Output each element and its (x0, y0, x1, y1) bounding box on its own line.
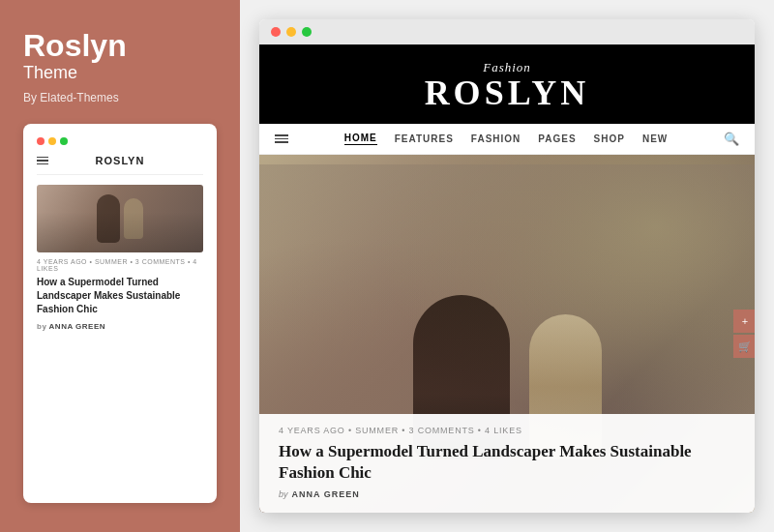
browser-dot-red[interactable] (271, 27, 281, 37)
theme-by: By Elated-Themes (23, 91, 217, 104)
mobile-byline-by: by (37, 322, 46, 331)
browser-dot-yellow[interactable] (286, 27, 296, 37)
site-logo-main: ROSLYN (279, 75, 735, 110)
search-icon[interactable]: 🔍 (724, 132, 739, 146)
browser-dot-green[interactable] (302, 27, 312, 37)
browser-chrome (259, 19, 755, 44)
mobile-byline-name: ANNA GREEN (49, 322, 105, 331)
left-panel: Roslyn Theme By Elated-Themes ROSLYN 4 Y… (0, 0, 240, 532)
nav-item-pages[interactable]: PAGES (538, 133, 576, 144)
nav-item-home[interactable]: HOME (344, 133, 377, 145)
mobile-article-image (37, 185, 203, 252)
article-title: How a Supermodel Turned Landscaper Makes… (279, 441, 735, 484)
mobile-dot-red (37, 137, 45, 145)
article-byline: by ANNA GREEN (279, 489, 735, 499)
byline-name: ANNA GREEN (292, 489, 360, 499)
mobile-article-title: How a Supermodel Turned Landscaper Makes… (37, 276, 203, 316)
mobile-site-title: ROSLYN (96, 155, 145, 166)
mobile-article-byline: by ANNA GREEN (37, 322, 203, 331)
float-icons: + 🛒 (733, 310, 755, 358)
site-header: Fashion ROSLYN (259, 44, 755, 124)
cart-icon[interactable]: 🛒 (733, 335, 755, 358)
nav-item-shop[interactable]: SHOP (594, 133, 625, 144)
nav-item-fashion[interactable]: FASHION (471, 133, 521, 144)
mobile-window-controls (37, 137, 203, 145)
mobile-dot-yellow (48, 137, 56, 145)
right-panel: Fashion ROSLYN HOME FEATURES FASHION PAG… (240, 0, 774, 532)
mobile-hamburger-icon[interactable] (37, 157, 48, 165)
theme-subtitle: Theme (23, 63, 217, 83)
nav-links: HOME FEATURES FASHION PAGES SHOP NEW (344, 133, 669, 145)
site-nav: HOME FEATURES FASHION PAGES SHOP NEW 🔍 (259, 124, 755, 155)
article-meta: 4 YEARS AGO • SUMMER • 3 COMMENTS • 4 LI… (279, 426, 735, 435)
article-overlay: 4 YEARS AGO • SUMMER • 3 COMMENTS • 4 LI… (259, 414, 755, 513)
browser-content: Fashion ROSLYN HOME FEATURES FASHION PAG… (259, 44, 755, 513)
mobile-dot-green (60, 137, 68, 145)
mobile-nav-bar: ROSLYN (37, 155, 203, 175)
browser-window: Fashion ROSLYN HOME FEATURES FASHION PAG… (259, 19, 755, 513)
site-hamburger-icon[interactable] (275, 134, 288, 143)
share-icon[interactable]: + (733, 310, 755, 333)
mobile-article-meta: 4 YEARS AGO • SUMMER • 3 COMMENTS • 4 LI… (37, 258, 203, 272)
theme-title: Roslyn (23, 29, 217, 63)
hero-image: + 🛒 4 YEARS AGO • SUMMER • 3 COMMENTS • … (259, 155, 755, 513)
byline-by: by (279, 489, 288, 499)
site-main: + 🛒 4 YEARS AGO • SUMMER • 3 COMMENTS • … (259, 155, 755, 513)
nav-item-features[interactable]: FEATURES (395, 133, 454, 144)
nav-item-new[interactable]: NEW (642, 133, 668, 144)
mobile-preview-card: ROSLYN 4 YEARS AGO • SUMMER • 3 COMMENTS… (23, 124, 217, 503)
